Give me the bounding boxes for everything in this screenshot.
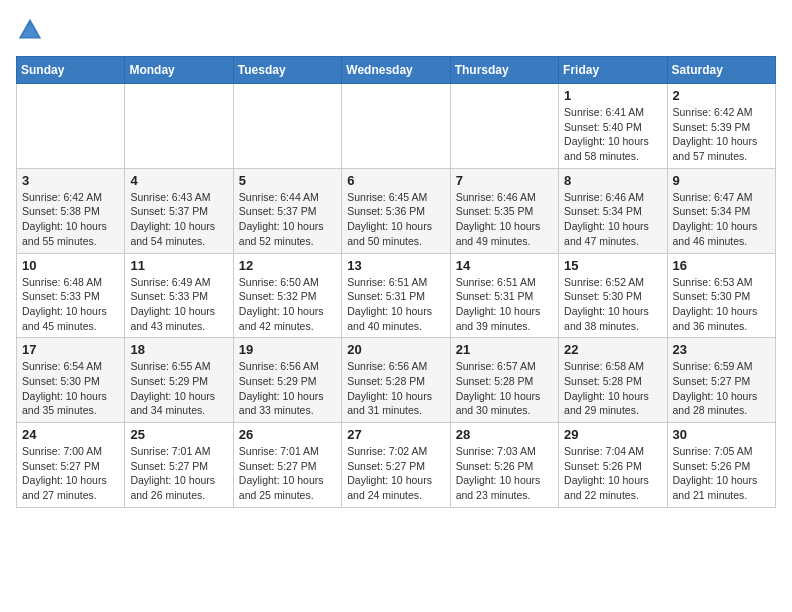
calendar-cell: 15Sunrise: 6:52 AM Sunset: 5:30 PM Dayli… bbox=[559, 253, 667, 338]
day-number: 25 bbox=[130, 427, 227, 442]
day-detail: Sunrise: 6:51 AM Sunset: 5:31 PM Dayligh… bbox=[347, 275, 444, 334]
day-number: 20 bbox=[347, 342, 444, 357]
calendar-cell: 11Sunrise: 6:49 AM Sunset: 5:33 PM Dayli… bbox=[125, 253, 233, 338]
calendar-cell: 12Sunrise: 6:50 AM Sunset: 5:32 PM Dayli… bbox=[233, 253, 341, 338]
weekday-header: Sunday bbox=[17, 57, 125, 84]
day-detail: Sunrise: 6:54 AM Sunset: 5:30 PM Dayligh… bbox=[22, 359, 119, 418]
day-number: 15 bbox=[564, 258, 661, 273]
logo bbox=[16, 16, 48, 44]
day-detail: Sunrise: 7:01 AM Sunset: 5:27 PM Dayligh… bbox=[130, 444, 227, 503]
day-detail: Sunrise: 6:41 AM Sunset: 5:40 PM Dayligh… bbox=[564, 105, 661, 164]
day-number: 10 bbox=[22, 258, 119, 273]
day-detail: Sunrise: 6:49 AM Sunset: 5:33 PM Dayligh… bbox=[130, 275, 227, 334]
day-detail: Sunrise: 6:48 AM Sunset: 5:33 PM Dayligh… bbox=[22, 275, 119, 334]
calendar-cell: 1Sunrise: 6:41 AM Sunset: 5:40 PM Daylig… bbox=[559, 84, 667, 169]
day-detail: Sunrise: 6:53 AM Sunset: 5:30 PM Dayligh… bbox=[673, 275, 770, 334]
day-number: 28 bbox=[456, 427, 553, 442]
day-number: 16 bbox=[673, 258, 770, 273]
calendar-cell: 8Sunrise: 6:46 AM Sunset: 5:34 PM Daylig… bbox=[559, 168, 667, 253]
day-number: 5 bbox=[239, 173, 336, 188]
day-detail: Sunrise: 7:01 AM Sunset: 5:27 PM Dayligh… bbox=[239, 444, 336, 503]
day-number: 13 bbox=[347, 258, 444, 273]
day-detail: Sunrise: 6:46 AM Sunset: 5:34 PM Dayligh… bbox=[564, 190, 661, 249]
calendar-cell bbox=[342, 84, 450, 169]
day-number: 21 bbox=[456, 342, 553, 357]
calendar-cell: 4Sunrise: 6:43 AM Sunset: 5:37 PM Daylig… bbox=[125, 168, 233, 253]
day-detail: Sunrise: 6:50 AM Sunset: 5:32 PM Dayligh… bbox=[239, 275, 336, 334]
logo-icon bbox=[16, 16, 44, 44]
day-detail: Sunrise: 7:02 AM Sunset: 5:27 PM Dayligh… bbox=[347, 444, 444, 503]
calendar-cell: 27Sunrise: 7:02 AM Sunset: 5:27 PM Dayli… bbox=[342, 423, 450, 508]
calendar-week-row: 1Sunrise: 6:41 AM Sunset: 5:40 PM Daylig… bbox=[17, 84, 776, 169]
weekday-header: Thursday bbox=[450, 57, 558, 84]
day-number: 12 bbox=[239, 258, 336, 273]
day-number: 1 bbox=[564, 88, 661, 103]
calendar-cell: 7Sunrise: 6:46 AM Sunset: 5:35 PM Daylig… bbox=[450, 168, 558, 253]
calendar-cell: 17Sunrise: 6:54 AM Sunset: 5:30 PM Dayli… bbox=[17, 338, 125, 423]
day-number: 29 bbox=[564, 427, 661, 442]
day-detail: Sunrise: 7:03 AM Sunset: 5:26 PM Dayligh… bbox=[456, 444, 553, 503]
calendar-week-row: 3Sunrise: 6:42 AM Sunset: 5:38 PM Daylig… bbox=[17, 168, 776, 253]
day-number: 26 bbox=[239, 427, 336, 442]
day-number: 19 bbox=[239, 342, 336, 357]
day-number: 7 bbox=[456, 173, 553, 188]
day-detail: Sunrise: 6:57 AM Sunset: 5:28 PM Dayligh… bbox=[456, 359, 553, 418]
day-detail: Sunrise: 6:56 AM Sunset: 5:29 PM Dayligh… bbox=[239, 359, 336, 418]
page-header bbox=[16, 16, 776, 44]
weekday-header: Wednesday bbox=[342, 57, 450, 84]
day-number: 8 bbox=[564, 173, 661, 188]
calendar-cell: 24Sunrise: 7:00 AM Sunset: 5:27 PM Dayli… bbox=[17, 423, 125, 508]
day-detail: Sunrise: 6:44 AM Sunset: 5:37 PM Dayligh… bbox=[239, 190, 336, 249]
calendar-cell: 2Sunrise: 6:42 AM Sunset: 5:39 PM Daylig… bbox=[667, 84, 775, 169]
calendar-cell: 16Sunrise: 6:53 AM Sunset: 5:30 PM Dayli… bbox=[667, 253, 775, 338]
calendar-cell: 14Sunrise: 6:51 AM Sunset: 5:31 PM Dayli… bbox=[450, 253, 558, 338]
weekday-header: Monday bbox=[125, 57, 233, 84]
calendar-cell: 22Sunrise: 6:58 AM Sunset: 5:28 PM Dayli… bbox=[559, 338, 667, 423]
day-detail: Sunrise: 6:42 AM Sunset: 5:38 PM Dayligh… bbox=[22, 190, 119, 249]
calendar-cell: 23Sunrise: 6:59 AM Sunset: 5:27 PM Dayli… bbox=[667, 338, 775, 423]
calendar-cell bbox=[125, 84, 233, 169]
calendar-cell: 10Sunrise: 6:48 AM Sunset: 5:33 PM Dayli… bbox=[17, 253, 125, 338]
day-detail: Sunrise: 6:59 AM Sunset: 5:27 PM Dayligh… bbox=[673, 359, 770, 418]
calendar-cell: 9Sunrise: 6:47 AM Sunset: 5:34 PM Daylig… bbox=[667, 168, 775, 253]
day-number: 2 bbox=[673, 88, 770, 103]
calendar-week-row: 24Sunrise: 7:00 AM Sunset: 5:27 PM Dayli… bbox=[17, 423, 776, 508]
day-detail: Sunrise: 6:42 AM Sunset: 5:39 PM Dayligh… bbox=[673, 105, 770, 164]
day-number: 6 bbox=[347, 173, 444, 188]
calendar-cell: 3Sunrise: 6:42 AM Sunset: 5:38 PM Daylig… bbox=[17, 168, 125, 253]
calendar-cell: 28Sunrise: 7:03 AM Sunset: 5:26 PM Dayli… bbox=[450, 423, 558, 508]
day-number: 22 bbox=[564, 342, 661, 357]
weekday-header: Friday bbox=[559, 57, 667, 84]
day-number: 17 bbox=[22, 342, 119, 357]
calendar-cell bbox=[450, 84, 558, 169]
day-detail: Sunrise: 6:45 AM Sunset: 5:36 PM Dayligh… bbox=[347, 190, 444, 249]
day-detail: Sunrise: 7:04 AM Sunset: 5:26 PM Dayligh… bbox=[564, 444, 661, 503]
day-number: 3 bbox=[22, 173, 119, 188]
day-number: 27 bbox=[347, 427, 444, 442]
day-number: 30 bbox=[673, 427, 770, 442]
day-number: 14 bbox=[456, 258, 553, 273]
calendar-cell: 30Sunrise: 7:05 AM Sunset: 5:26 PM Dayli… bbox=[667, 423, 775, 508]
calendar-cell: 18Sunrise: 6:55 AM Sunset: 5:29 PM Dayli… bbox=[125, 338, 233, 423]
calendar-cell: 19Sunrise: 6:56 AM Sunset: 5:29 PM Dayli… bbox=[233, 338, 341, 423]
calendar-week-row: 17Sunrise: 6:54 AM Sunset: 5:30 PM Dayli… bbox=[17, 338, 776, 423]
calendar-cell: 21Sunrise: 6:57 AM Sunset: 5:28 PM Dayli… bbox=[450, 338, 558, 423]
calendar-cell: 6Sunrise: 6:45 AM Sunset: 5:36 PM Daylig… bbox=[342, 168, 450, 253]
day-number: 11 bbox=[130, 258, 227, 273]
day-detail: Sunrise: 6:52 AM Sunset: 5:30 PM Dayligh… bbox=[564, 275, 661, 334]
day-detail: Sunrise: 6:55 AM Sunset: 5:29 PM Dayligh… bbox=[130, 359, 227, 418]
calendar-cell: 25Sunrise: 7:01 AM Sunset: 5:27 PM Dayli… bbox=[125, 423, 233, 508]
day-number: 23 bbox=[673, 342, 770, 357]
calendar-cell: 13Sunrise: 6:51 AM Sunset: 5:31 PM Dayli… bbox=[342, 253, 450, 338]
calendar-cell: 29Sunrise: 7:04 AM Sunset: 5:26 PM Dayli… bbox=[559, 423, 667, 508]
calendar-cell: 5Sunrise: 6:44 AM Sunset: 5:37 PM Daylig… bbox=[233, 168, 341, 253]
day-number: 4 bbox=[130, 173, 227, 188]
day-detail: Sunrise: 6:46 AM Sunset: 5:35 PM Dayligh… bbox=[456, 190, 553, 249]
day-number: 24 bbox=[22, 427, 119, 442]
day-number: 18 bbox=[130, 342, 227, 357]
calendar-cell: 26Sunrise: 7:01 AM Sunset: 5:27 PM Dayli… bbox=[233, 423, 341, 508]
calendar-cell: 20Sunrise: 6:56 AM Sunset: 5:28 PM Dayli… bbox=[342, 338, 450, 423]
day-detail: Sunrise: 6:56 AM Sunset: 5:28 PM Dayligh… bbox=[347, 359, 444, 418]
weekday-header: Saturday bbox=[667, 57, 775, 84]
calendar-header-row: SundayMondayTuesdayWednesdayThursdayFrid… bbox=[17, 57, 776, 84]
